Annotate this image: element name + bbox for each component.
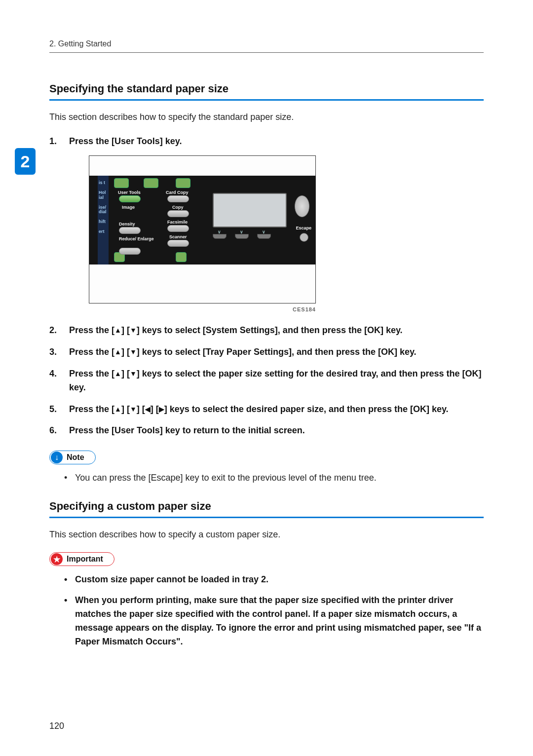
highlight-blob (114, 178, 129, 188)
step-frag: ] keys to select [Tray Paper Settings], … (137, 347, 417, 357)
down-arrow-icon: ▼ (130, 348, 137, 355)
step-frag: Press the [ (69, 325, 114, 335)
step-6: Press the [User Tools] key to return to … (49, 424, 484, 438)
important-icon: ★ (51, 553, 63, 565)
soft-key (235, 234, 249, 239)
strip-label: hift (99, 220, 108, 225)
label-reduce-enlarge: Reduce/ Enlarge (119, 236, 154, 243)
step-1: Press the [User Tools] key. is t Hol ial… (49, 135, 484, 314)
label-image: Image (122, 204, 135, 211)
left-strip: is t Hol ial ise/ dial hift ert (98, 176, 109, 265)
down-arrow-icon: ▼ (130, 370, 137, 377)
step-frag: Press the [ (69, 347, 114, 357)
step-frag: ] keys to select [System Settings], and … (137, 325, 403, 335)
reduce-enlarge-key (119, 248, 141, 255)
note-icon: ↓ (51, 452, 63, 463)
step-text: Press the [User Tools] key to return to … (69, 425, 305, 435)
step-text: Press the [User Tools] key. (69, 136, 182, 146)
escape-key (300, 233, 308, 242)
step-2: Press the [▲] [▼] keys to select [System… (49, 324, 484, 338)
step-5: Press the [▲] [▼] [◀] [▶] keys to select… (49, 403, 484, 416)
highlight-blob (176, 178, 190, 188)
running-header: 2. Getting Started (49, 39, 484, 48)
step-frag: ] [ (137, 404, 145, 414)
lcd-screen (213, 193, 287, 227)
copy-key (167, 210, 189, 217)
down-arrow-icon: ▼ (130, 327, 137, 334)
strip-label: ert (99, 229, 108, 234)
card-copy-key (167, 195, 189, 202)
highlight-blob (144, 178, 158, 188)
strip-label: is t (99, 181, 108, 186)
down-arrow-icon: ▼ (130, 406, 137, 413)
important-label: Important (67, 555, 103, 564)
user-tools-key (119, 195, 141, 202)
note-callout: ↓ Note (49, 451, 96, 464)
note-label: Note (67, 453, 84, 462)
step-frag: ] keys to select the desired paper size,… (164, 404, 449, 414)
control-panel-figure: is t Hol ial ise/ dial hift ert User Too… (89, 155, 316, 303)
important-item: Custom size paper cannot be loaded in tr… (64, 573, 484, 587)
section-rule (49, 517, 484, 518)
important-item: When you perform printing, make sure tha… (64, 594, 484, 649)
note-list: You can press the [Escape] key to exit t… (64, 471, 484, 485)
strip-label: ise/ dial (99, 205, 108, 215)
nav-dpad (295, 195, 309, 217)
chapter-tab: 2 (15, 148, 36, 175)
section-title-standard: Specifying the standard paper size (49, 82, 484, 95)
facsimile-key (167, 225, 189, 232)
up-arrow-icon: ▲ (114, 406, 121, 413)
step-frag: ] [ (151, 404, 159, 414)
scanner-key (167, 240, 189, 247)
step-frag: ] [ (121, 325, 130, 335)
steps-standard: Press the [User Tools] key. is t Hol ial… (49, 135, 484, 438)
strip-label: Hol ial (99, 190, 108, 200)
highlight-blob (176, 252, 187, 262)
step-frag: ] [ (121, 404, 130, 414)
step-frag: ] [ (121, 347, 130, 357)
section-title-custom: Specifying a custom paper size (49, 500, 484, 513)
step-frag: Press the [ (69, 369, 114, 378)
note-item: You can press the [Escape] key to exit t… (64, 471, 484, 485)
label-escape: Escape (296, 225, 311, 232)
up-arrow-icon: ▲ (114, 348, 121, 355)
step-frag: Press the [ (69, 404, 114, 414)
left-arrow-icon: ◀ (145, 406, 151, 413)
section-rule (49, 99, 484, 101)
important-list: Custom size paper cannot be loaded in tr… (64, 573, 484, 648)
soft-key (257, 234, 271, 239)
important-callout: ★ Important (49, 552, 114, 566)
step-frag: ] [ (121, 369, 130, 378)
up-arrow-icon: ▲ (114, 327, 121, 334)
density-key (119, 227, 141, 234)
section-intro-custom: This section describes how to specify a … (49, 528, 484, 541)
step-3: Press the [▲] [▼] keys to select [Tray P… (49, 345, 484, 359)
page-number: 120 (49, 721, 64, 731)
section-intro-standard: This section describes how to specify th… (49, 111, 484, 124)
up-arrow-icon: ▲ (114, 370, 121, 377)
page: 2. Getting Started 2 Specifying the stan… (0, 0, 533, 756)
soft-key (213, 234, 227, 239)
right-arrow-icon: ▶ (159, 406, 164, 413)
header-rule (49, 52, 484, 53)
figure-block: is t Hol ial ise/ dial hift ert User Too… (89, 155, 484, 314)
figure-caption: CES184 (89, 305, 316, 314)
step-4: Press the [▲] [▼] keys to select the pap… (49, 367, 484, 395)
